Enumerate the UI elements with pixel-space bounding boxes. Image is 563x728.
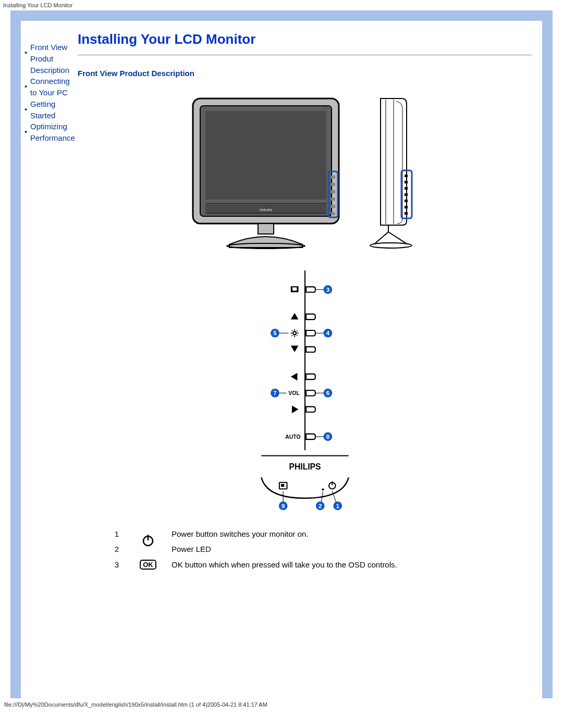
svg-rect-22 bbox=[405, 187, 408, 190]
ok-icon: OK bbox=[140, 560, 156, 570]
sidebar-link[interactable]: Getting Started bbox=[30, 100, 55, 120]
sidebar-link[interactable]: Front View Produt Description bbox=[30, 43, 69, 75]
divider bbox=[78, 55, 532, 55]
svg-line-40 bbox=[297, 335, 297, 336]
svg-rect-9 bbox=[331, 176, 335, 179]
svg-text:AUTO: AUTO bbox=[285, 434, 300, 440]
desc-icon-ok: OK bbox=[130, 557, 166, 573]
svg-rect-11 bbox=[331, 190, 335, 193]
window-title: Installing Your LCD Monitor bbox=[0, 0, 563, 10]
desc-num: 2 bbox=[104, 541, 130, 557]
monitor-side-diagram bbox=[365, 93, 422, 250]
svg-text:9: 9 bbox=[281, 503, 284, 509]
svg-rect-24 bbox=[405, 200, 408, 202]
svg-line-42 bbox=[297, 330, 297, 331]
brand-logo: PHILIPS bbox=[289, 462, 321, 471]
footer-path: file:///D|/My%20Documents/dfu/X_model/en… bbox=[0, 698, 563, 711]
desc-text: OK button which when pressed will take y… bbox=[166, 557, 481, 573]
svg-rect-21 bbox=[405, 181, 408, 183]
svg-rect-26 bbox=[405, 212, 408, 215]
left-arrow-icon bbox=[290, 373, 297, 381]
desc-num: 1 bbox=[104, 526, 130, 541]
page-title: Installing Your LCD Monitor bbox=[78, 31, 532, 47]
sidebar-link[interactable]: Connecting to Your PC bbox=[30, 77, 70, 97]
svg-rect-15 bbox=[258, 224, 274, 234]
svg-text:2: 2 bbox=[319, 503, 322, 509]
svg-point-34 bbox=[293, 331, 296, 335]
svg-rect-12 bbox=[331, 198, 335, 201]
svg-rect-20 bbox=[405, 175, 408, 177]
svg-text:VOL: VOL bbox=[288, 390, 300, 396]
description-table: 1 Power button switches your monitor on.… bbox=[104, 526, 481, 573]
brightness-icon bbox=[290, 329, 298, 337]
table-row: 3 OK OK button which when pressed will t… bbox=[104, 557, 481, 573]
svg-text:1: 1 bbox=[336, 503, 339, 509]
svg-text:4: 4 bbox=[326, 330, 329, 336]
svg-text:3: 3 bbox=[326, 287, 329, 293]
up-arrow-icon bbox=[290, 313, 298, 320]
section-title: Front View Product Description bbox=[78, 69, 532, 78]
svg-point-27 bbox=[370, 243, 412, 248]
svg-rect-31 bbox=[292, 287, 296, 290]
sidebar-item-front-view[interactable]: Front View Produt Description bbox=[26, 42, 72, 76]
desc-text: Power LED bbox=[166, 541, 481, 557]
svg-rect-14 bbox=[331, 212, 335, 215]
svg-text:7: 7 bbox=[273, 390, 276, 396]
sidebar-item-optimizing[interactable]: Optimizing Performance bbox=[26, 121, 72, 144]
sidebar: Front View Produt Description Connecting… bbox=[21, 21, 76, 698]
led-indicator bbox=[322, 488, 324, 490]
table-row: 1 Power button switches your monitor on. bbox=[104, 526, 481, 541]
sidebar-item-connecting[interactable]: Connecting to Your PC bbox=[26, 76, 72, 98]
power-icon bbox=[328, 482, 335, 489]
sidebar-item-getting-started[interactable]: Getting Started bbox=[26, 98, 72, 121]
svg-text:8: 8 bbox=[326, 434, 329, 440]
svg-rect-10 bbox=[331, 183, 335, 186]
button-panel-diagram: 3 5 4 VOL bbox=[245, 270, 365, 521]
brand-label: PHILIPS bbox=[260, 208, 272, 212]
svg-rect-2 bbox=[205, 111, 326, 200]
power-icon bbox=[141, 533, 155, 548]
down-arrow-icon bbox=[290, 346, 298, 352]
desc-text: Power button switches your monitor on. bbox=[166, 526, 481, 541]
lightframe-icon bbox=[279, 483, 287, 489]
svg-line-41 bbox=[291, 335, 292, 336]
svg-rect-13 bbox=[331, 205, 335, 208]
sidebar-link[interactable]: Optimizing Performance bbox=[30, 122, 75, 142]
desc-num: 3 bbox=[104, 557, 130, 573]
svg-rect-23 bbox=[405, 193, 408, 196]
content: Installing Your LCD Monitor Front View P… bbox=[76, 21, 542, 698]
monitor-front-diagram: PHILIPS bbox=[188, 93, 344, 250]
desc-icon-power bbox=[130, 526, 166, 557]
svg-line-39 bbox=[291, 330, 292, 331]
svg-text:5: 5 bbox=[273, 330, 277, 336]
svg-rect-57 bbox=[281, 484, 284, 487]
svg-text:6: 6 bbox=[326, 390, 329, 396]
right-arrow-icon bbox=[291, 405, 298, 413]
svg-rect-25 bbox=[405, 206, 408, 208]
page-frame: Front View Produt Description Connecting… bbox=[10, 10, 553, 698]
